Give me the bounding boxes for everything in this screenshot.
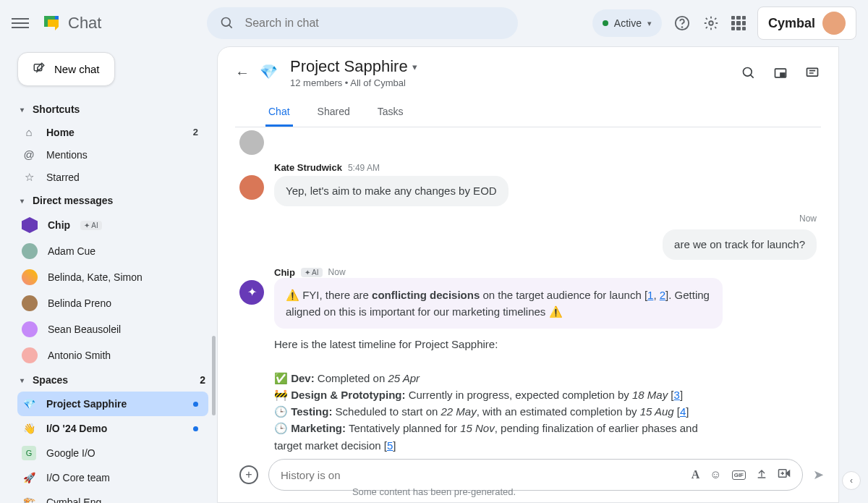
- avatar-icon: [22, 347, 38, 363]
- dm-item[interactable]: Adam Cue: [17, 238, 208, 264]
- tabs: Chat Shared Tasks: [235, 98, 821, 127]
- search-bar[interactable]: [207, 7, 518, 39]
- back-button[interactable]: ←: [235, 64, 250, 81]
- message-row: [239, 127, 817, 155]
- section-shortcuts[interactable]: ▾ Shortcuts: [17, 98, 208, 121]
- pip-icon[interactable]: [772, 64, 789, 82]
- gem-icon: 💎: [260, 63, 280, 83]
- dm-item[interactable]: Sean Beausoleil: [17, 316, 208, 342]
- scrollbar-thumb[interactable]: [212, 336, 216, 415]
- svg-line-7: [751, 75, 754, 77]
- space-title[interactable]: Project Sapphire ▾: [290, 57, 417, 76]
- send-button[interactable]: ➤: [813, 467, 824, 483]
- dm-item[interactable]: Belinda, Kate, Simon: [17, 264, 208, 290]
- chat-logo-icon: [41, 12, 62, 34]
- chevron-down-icon: ▾: [412, 62, 417, 72]
- upload-icon[interactable]: [756, 468, 767, 482]
- citation-link[interactable]: 1: [647, 289, 653, 301]
- status-dot-icon: [603, 20, 608, 26]
- footer-note: Some content has been pre-generated.: [0, 486, 868, 497]
- tab-chat[interactable]: Chat: [265, 98, 293, 127]
- status-label: Active: [614, 17, 642, 29]
- chevron-down-icon: ▾: [20, 376, 24, 384]
- app-name: Chat: [68, 14, 101, 33]
- brand-label: Cymbal: [768, 16, 815, 31]
- chevron-down-icon: ▾: [20, 197, 24, 205]
- add-attachment-button[interactable]: +: [239, 465, 258, 484]
- dm-item[interactable]: Belinda Preno: [17, 290, 208, 316]
- user-avatar: [822, 12, 846, 35]
- tab-shared[interactable]: Shared: [315, 98, 353, 127]
- avatar-icon: [22, 269, 38, 285]
- citation-link[interactable]: 4: [680, 405, 686, 418]
- avatar-icon: [22, 295, 38, 311]
- svg-line-1: [229, 25, 232, 28]
- bot-avatar-icon: ✦: [239, 280, 264, 305]
- section-dm[interactable]: ▾ Direct messages: [17, 189, 208, 212]
- section-spaces[interactable]: ▾ Spaces 2: [17, 368, 208, 392]
- avatar-icon: [239, 175, 264, 200]
- compose-icon: [33, 62, 46, 77]
- thread-icon[interactable]: [804, 64, 821, 82]
- avatar-icon: [22, 321, 38, 337]
- unread-dot: [193, 426, 198, 431]
- message-row-self: Now are we on track for launch?: [239, 214, 817, 260]
- nav-home[interactable]: ⌂ Home 2: [17, 121, 208, 143]
- help-icon[interactable]: [673, 14, 691, 32]
- space-project-sapphire[interactable]: 💎 Project Sapphire: [17, 392, 208, 416]
- chevron-down-icon: ▾: [647, 19, 652, 28]
- svg-rect-10: [807, 68, 818, 76]
- emoji-icon[interactable]: ☺: [710, 468, 721, 481]
- side-panel-toggle[interactable]: ‹: [842, 471, 861, 490]
- message-list: Kate Strudwick 5:49 AM Yep, let's aim to…: [218, 127, 838, 452]
- format-icon[interactable]: A: [692, 468, 700, 481]
- svg-rect-9: [780, 73, 785, 76]
- space-icon: G: [22, 446, 36, 460]
- message-row: Kate Strudwick 5:49 AM Yep, let's aim to…: [239, 162, 817, 206]
- svg-point-0: [222, 18, 231, 27]
- sender-name: Kate Strudwick: [274, 162, 342, 173]
- avatar-icon: [239, 130, 264, 155]
- message-bubble: are we on track for launch?: [663, 229, 817, 260]
- svg-point-6: [744, 67, 752, 76]
- ai-badge: ✦ AI: [301, 268, 323, 277]
- new-chat-label: New chat: [54, 63, 100, 75]
- search-in-space-icon[interactable]: [740, 64, 757, 82]
- timestamp: 5:49 AM: [348, 163, 380, 173]
- search-icon: [218, 14, 236, 32]
- account-switcher[interactable]: Cymbal: [757, 7, 856, 40]
- message-row-bot: ✦ Chip ✦ AI Now ⚠️ FYI, there are confli…: [239, 267, 817, 452]
- dm-chip[interactable]: Chip ✦ AI: [17, 212, 208, 238]
- app-logo[interactable]: Chat: [41, 12, 101, 34]
- timestamp: Now: [799, 214, 817, 224]
- message-bubble: Yep, let's aim to make any changes by EO…: [274, 176, 509, 206]
- citation-link[interactable]: 5: [387, 439, 393, 452]
- space-item[interactable]: 👋 I/O '24 Demo: [17, 416, 208, 441]
- apps-grid-icon[interactable]: [731, 16, 746, 30]
- tab-tasks[interactable]: Tasks: [375, 98, 407, 127]
- svg-point-4: [709, 21, 713, 25]
- hamburger-menu[interactable]: [12, 14, 29, 32]
- sender-name: Chip: [274, 267, 295, 278]
- gif-icon[interactable]: GIF: [732, 470, 746, 480]
- gem-icon: 💎: [22, 397, 36, 411]
- settings-icon[interactable]: [702, 14, 720, 32]
- message-input[interactable]: [281, 469, 681, 481]
- citation-link[interactable]: 2: [660, 289, 665, 301]
- avatar-icon: [22, 217, 38, 233]
- svg-point-3: [682, 27, 683, 28]
- bot-message-body: Here is the latest timeline for Project …: [274, 336, 723, 452]
- bot-message-bubble: ⚠️ FYI, there are conflicting decisions …: [274, 278, 723, 329]
- new-chat-button[interactable]: New chat: [17, 52, 115, 86]
- nav-mentions[interactable]: @ Mentions: [17, 143, 208, 166]
- unread-dot: [193, 402, 198, 407]
- citation-link[interactable]: 3: [674, 389, 680, 401]
- star-icon: ☆: [22, 171, 36, 184]
- search-input[interactable]: [244, 17, 506, 30]
- nav-starred[interactable]: ☆ Starred: [17, 166, 208, 189]
- ai-badge: ✦ AI: [80, 221, 102, 230]
- video-icon[interactable]: [778, 468, 791, 481]
- status-selector[interactable]: Active ▾: [592, 9, 662, 37]
- space-item[interactable]: GGoogle I/O: [17, 441, 208, 465]
- dm-item[interactable]: Antonio Smith: [17, 342, 208, 368]
